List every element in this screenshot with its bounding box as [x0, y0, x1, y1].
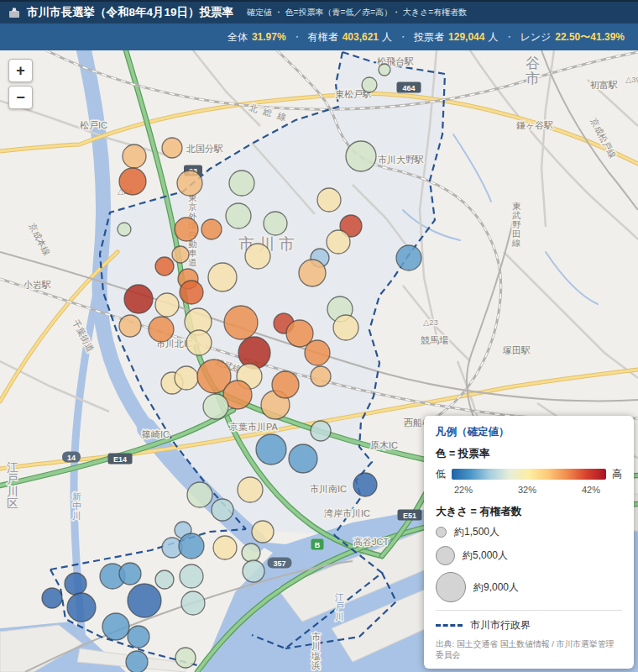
vote-rate-bubble[interactable]	[172, 246, 189, 263]
vote-rate-bubble[interactable]	[208, 263, 237, 291]
map-label: 小岩駅	[23, 280, 51, 290]
vote-rate-bubble[interactable]	[272, 371, 299, 398]
map-label: △39	[625, 75, 638, 84]
vote-rate-bubble[interactable]	[155, 257, 174, 276]
size-sample-circle	[436, 572, 466, 602]
legend-size-item: 約5,000人	[436, 546, 622, 565]
vote-rate-bubble[interactable]	[213, 536, 237, 559]
vote-rate-bubble[interactable]	[175, 366, 198, 390]
vote-rate-bubble[interactable]	[180, 564, 203, 588]
vote-rate-bubble[interactable]	[299, 260, 326, 286]
map-zoom-control: + −	[8, 59, 33, 109]
vote-rate-bubble[interactable]	[252, 521, 274, 543]
vote-rate-bubble[interactable]	[333, 315, 358, 340]
size-sample-label: 約5,000人	[463, 549, 508, 563]
vote-rate-bubble[interactable]	[65, 573, 86, 595]
boundary-dash-sample	[436, 624, 463, 627]
vote-rate-bubble[interactable]	[155, 570, 174, 589]
vote-rate-bubble[interactable]	[162, 138, 182, 158]
vote-rate-bubble[interactable]	[212, 499, 233, 521]
size-sample-circle	[436, 546, 455, 565]
vote-rate-bubble[interactable]	[379, 64, 390, 76]
vote-rate-bubble[interactable]	[256, 434, 286, 465]
legend-title: 凡例（確定値）	[436, 425, 622, 439]
vote-rate-bubble[interactable]	[238, 477, 263, 502]
stat-unit: 人	[488, 30, 498, 45]
stat-value: 129,044	[448, 31, 484, 43]
vote-rate-bubble[interactable]	[353, 473, 377, 496]
vote-rate-bubble[interactable]	[311, 421, 331, 441]
vote-rate-bubble[interactable]	[396, 245, 421, 270]
vote-rate-bubble[interactable]	[180, 281, 203, 304]
size-sample-circle	[436, 527, 447, 538]
vote-rate-bubble[interactable]	[128, 626, 149, 648]
vote-rate-bubble[interactable]	[224, 306, 258, 339]
vote-rate-bubble[interactable]	[229, 171, 254, 196]
vote-rate-bubble[interactable]	[243, 560, 264, 582]
vote-rate-bubble[interactable]	[119, 563, 141, 585]
vote-rate-bubble[interactable]	[42, 588, 62, 608]
legend-size-item: 約9,000人	[436, 572, 622, 602]
vote-rate-bubble[interactable]	[128, 584, 161, 617]
vote-rate-bubble[interactable]	[327, 230, 350, 254]
vote-rate-bubble[interactable]	[119, 315, 141, 337]
route-shield-label: 464	[402, 84, 415, 92]
vote-rate-bubble[interactable]	[123, 144, 146, 168]
vote-rate-bubble[interactable]	[124, 285, 153, 313]
color-gradient-bar	[452, 469, 606, 480]
vote-rate-bubble[interactable]	[175, 648, 196, 668]
header-bar: 市川市長選挙（令和8年4月19日）投票率 確定値 ・ 色=投票率（青=低／赤=高…	[0, 0, 638, 24]
vote-rate-bubble[interactable]	[362, 77, 377, 92]
map-label: 松戸IC	[80, 120, 107, 130]
zoom-in-button[interactable]: +	[8, 59, 33, 82]
map-label: 市川南IC	[310, 484, 347, 494]
route-shield-label: 14	[67, 454, 76, 462]
stat-unit: 人	[382, 30, 392, 45]
vote-rate-bubble[interactable]	[305, 340, 330, 365]
vote-rate-bubble[interactable]	[238, 337, 270, 369]
stat-label: 全体	[227, 30, 248, 45]
size-sample-label: 約1,500人	[454, 525, 499, 539]
vote-rate-bubble[interactable]	[203, 394, 228, 419]
map-label: 鎌ヶ谷駅	[516, 120, 553, 130]
map-label: 東武野田線	[511, 201, 521, 248]
vote-rate-bubble[interactable]	[179, 533, 204, 559]
map-canvas[interactable]: 03464E14E5114357B松戸IC北国分駅東松戸駅松飛台駅初富駅鎌ヶ谷駅…	[0, 50, 638, 672]
stat-value: 31.97%	[252, 31, 286, 43]
vote-rate-bubble[interactable]	[289, 444, 317, 473]
boundary-label: 市川市行政界	[470, 618, 531, 633]
stat-label: 投票者	[414, 30, 444, 45]
vote-rate-bubble[interactable]	[186, 330, 212, 355]
vote-rate-bubble[interactable]	[119, 168, 146, 195]
map-label: 江戸川	[334, 592, 344, 622]
route-shield-label: E14	[113, 455, 127, 464]
zoom-out-button[interactable]: −	[8, 86, 33, 109]
vote-rate-bubble[interactable]	[118, 223, 131, 236]
vote-rate-bubble[interactable]	[149, 317, 174, 342]
vote-rate-bubble[interactable]	[126, 651, 148, 672]
vote-rate-bubble[interactable]	[187, 482, 212, 507]
vote-rate-bubble[interactable]	[346, 141, 376, 171]
vote-rate-bubble[interactable]	[67, 593, 96, 622]
app-window: 市川市長選挙（令和8年4月19日）投票率 確定値 ・ 色=投票率（青=低／赤=高…	[0, 0, 638, 672]
vote-rate-bubble[interactable]	[245, 244, 270, 269]
stats-bar: 全体31.97%・有権者403,621人・投票者129,044人・レンジ22.5…	[0, 24, 638, 50]
vote-rate-bubble[interactable]	[155, 293, 179, 317]
legend-source: 出典: 国土交通省 国土数値情報 / 市川市選挙管理委員会	[436, 639, 622, 661]
map-label: 初富駅	[589, 80, 618, 90]
stats-separator: ・	[292, 30, 302, 45]
tick-mid: 32%	[518, 485, 536, 495]
vote-rate-bubble[interactable]	[264, 212, 287, 235]
stats-separator: ・	[398, 30, 408, 45]
map-label: 江戸川区	[7, 460, 18, 511]
vote-rate-bubble[interactable]	[181, 591, 205, 615]
vote-rate-bubble[interactable]	[242, 543, 260, 562]
vote-rate-bubble[interactable]	[177, 171, 202, 196]
vote-rate-bubble[interactable]	[311, 366, 331, 386]
stat-value: 22.50〜41.39%	[555, 30, 625, 45]
vote-rate-bubble[interactable]	[317, 188, 341, 212]
vote-rate-bubble[interactable]	[226, 203, 251, 228]
vote-rate-bubble[interactable]	[102, 613, 129, 640]
vote-rate-bubble[interactable]	[201, 219, 222, 239]
vote-rate-bubble[interactable]	[175, 218, 198, 241]
